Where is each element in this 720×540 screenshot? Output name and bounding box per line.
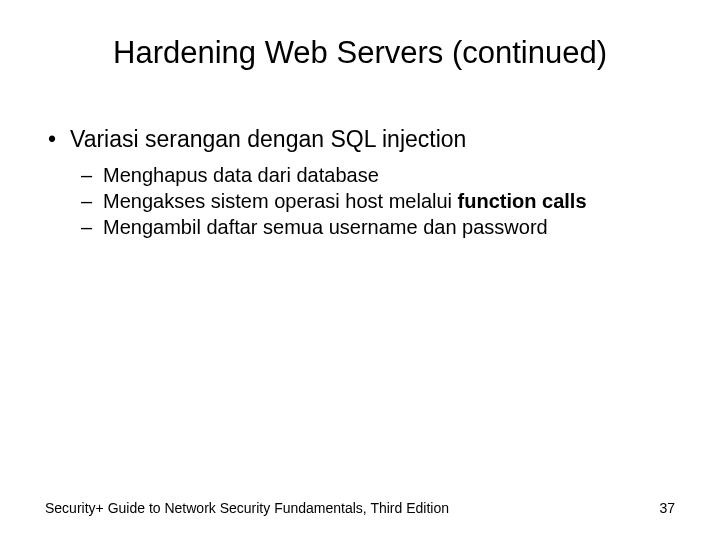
slide-footer: Security+ Guide to Network Security Fund… [45, 500, 675, 516]
bullet-text: Variasi serangan dengan SQL injection [70, 126, 675, 153]
sub-list: – Menghapus data dari database – Mengaks… [45, 163, 675, 240]
dash-icon: – [81, 215, 103, 240]
dash-icon: – [81, 163, 103, 188]
sub-text: Mengambil daftar semua username dan pass… [103, 215, 675, 240]
sub-item: – Mengakses sistem operasi host melalui … [81, 189, 675, 214]
bullet-marker: • [45, 126, 70, 153]
footer-source: Security+ Guide to Network Security Fund… [45, 500, 449, 516]
page-number: 37 [659, 500, 675, 516]
sub-item: – Menghapus data dari database [81, 163, 675, 188]
sub-prefix: Mengakses sistem operasi host melalui [103, 190, 458, 212]
dash-icon: – [81, 189, 103, 214]
sub-text: Menghapus data dari database [103, 163, 675, 188]
slide-content: • Variasi serangan dengan SQL injection … [45, 126, 675, 240]
sub-item: – Mengambil daftar semua username dan pa… [81, 215, 675, 240]
bullet-main: • Variasi serangan dengan SQL injection [45, 126, 675, 153]
sub-bold: function calls [458, 190, 587, 212]
slide-container: Hardening Web Servers (continued) • Vari… [0, 0, 720, 540]
sub-text: Mengakses sistem operasi host melalui fu… [103, 189, 675, 214]
slide-title: Hardening Web Servers (continued) [45, 35, 675, 71]
